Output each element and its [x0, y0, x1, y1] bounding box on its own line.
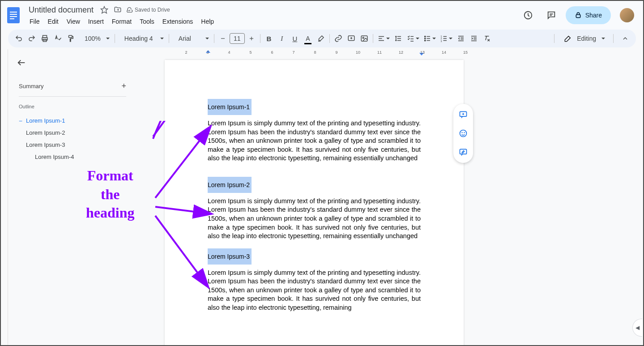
heading-1[interactable]: Lorem Ipsum-1 — [208, 99, 252, 115]
editing-label: Editing — [574, 35, 599, 42]
line-spacing-button[interactable] — [392, 32, 405, 45]
outline-item-label: Lorem Ipsum-1 — [26, 117, 65, 124]
style-dropdown[interactable]: Heading 4 — [117, 32, 166, 45]
vertical-ruler — [1, 49, 8, 345]
svg-point-33 — [424, 40, 425, 41]
svg-point-32 — [424, 38, 425, 39]
numbered-list-button[interactable]: 123 — [438, 32, 454, 45]
zoom-dropdown[interactable]: 100% — [77, 32, 112, 45]
italic-button[interactable]: I — [276, 32, 288, 45]
highlight-button[interactable] — [315, 32, 327, 45]
align-button[interactable] — [375, 32, 392, 45]
menu-view[interactable]: View — [63, 17, 84, 26]
editing-mode-dropdown[interactable]: Editing — [560, 32, 608, 45]
style-value: Heading 4 — [122, 35, 156, 42]
svg-point-59 — [464, 132, 465, 133]
menu-file[interactable]: File — [26, 17, 43, 26]
insert-image-button[interactable] — [358, 32, 371, 45]
svg-point-58 — [462, 132, 462, 133]
toolbar: 100% Heading 4 Arial 11 B I U A 123 Edit… — [8, 30, 636, 47]
clear-format-button[interactable] — [481, 32, 493, 45]
spellcheck-button[interactable] — [51, 32, 64, 45]
share-button[interactable]: Share — [566, 6, 611, 24]
summary-label: Summary — [19, 83, 44, 90]
svg-point-57 — [460, 130, 467, 137]
font-size-input[interactable]: 11 — [230, 33, 245, 44]
suggest-edit-float-button[interactable] — [456, 145, 470, 159]
heading-3[interactable]: Lorem Ipsum-3 — [208, 248, 252, 265]
star-icon[interactable] — [99, 4, 110, 15]
decrease-font-size-button[interactable] — [217, 32, 229, 45]
svg-text:3: 3 — [440, 40, 442, 43]
docs-logo-icon[interactable] — [4, 6, 22, 24]
svg-marker-5 — [101, 7, 108, 13]
body-paragraph-3[interactable]: Lorem Ipsum is simply dummy text of the … — [208, 269, 421, 312]
menu-edit[interactable]: Edit — [44, 17, 62, 26]
outline-item-2[interactable]: Lorem Ipsum-2 — [15, 127, 133, 139]
checklist-button[interactable] — [405, 32, 421, 45]
collapse-toolbar-button[interactable] — [619, 32, 631, 45]
redo-button[interactable] — [26, 32, 38, 45]
underline-button[interactable]: U — [289, 32, 301, 45]
outline-item-4[interactable]: Lorem Ipsum-4 — [15, 151, 133, 163]
move-folder-icon[interactable] — [112, 4, 123, 15]
add-summary-button[interactable]: + — [121, 81, 126, 91]
menu-format[interactable]: Format — [108, 17, 135, 26]
saved-status[interactable]: Saved to Drive — [126, 6, 170, 13]
svg-rect-3 — [10, 16, 17, 17]
user-avatar[interactable] — [620, 8, 634, 22]
svg-rect-0 — [7, 7, 20, 23]
decrease-indent-button[interactable] — [455, 32, 467, 45]
history-icon[interactable] — [519, 6, 537, 24]
paint-format-button[interactable] — [64, 32, 77, 45]
share-label: Share — [585, 12, 602, 19]
menu-insert[interactable]: Insert — [85, 17, 107, 26]
saved-status-text: Saved to Drive — [135, 7, 170, 13]
outline-item-3[interactable]: Lorem Ipsum-3 — [15, 139, 133, 151]
menu-bar: File Edit View Insert Format Tools Exten… — [26, 16, 519, 27]
font-value: Arial — [176, 35, 194, 42]
comment-icon[interactable] — [542, 6, 560, 24]
comment-float-panel — [453, 104, 473, 163]
text-color-button[interactable]: A — [302, 32, 314, 45]
outline-label: Outline — [15, 104, 133, 115]
horizontal-ruler[interactable]: 23456789101112131415 — [133, 49, 643, 56]
add-comment-button[interactable] — [345, 32, 358, 45]
svg-rect-2 — [10, 14, 17, 15]
add-comment-float-button[interactable] — [456, 107, 470, 122]
zoom-value: 100% — [82, 35, 103, 42]
document-page[interactable]: Lorem Ipsum-1 Lorem Ipsum is simply dumm… — [165, 60, 464, 345]
menu-extensions[interactable]: Extensions — [159, 17, 196, 26]
outline-item-1[interactable]: –Lorem Ipsum-1 — [15, 115, 133, 127]
sidebar-back-button[interactable] — [15, 56, 28, 69]
increase-indent-button[interactable] — [468, 32, 480, 45]
print-button[interactable] — [38, 32, 51, 45]
svg-rect-1 — [10, 12, 17, 13]
undo-button[interactable] — [13, 32, 25, 45]
svg-rect-60 — [460, 149, 467, 154]
body-paragraph-1[interactable]: Lorem Ipsum is simply dummy text of the … — [208, 119, 421, 163]
heading-2[interactable]: Lorem Ipsum-2 — [208, 177, 252, 193]
document-title[interactable]: Untitled document — [26, 5, 96, 15]
menu-help[interactable]: Help — [197, 17, 218, 26]
svg-point-31 — [424, 36, 425, 37]
outline-sidebar: Summary + Outline –Lorem Ipsum-1 Lorem I… — [8, 49, 133, 345]
increase-font-size-button[interactable] — [245, 32, 258, 45]
svg-point-21 — [363, 37, 364, 38]
outline-item-label: Lorem Ipsum-3 — [26, 141, 65, 148]
bold-button[interactable]: B — [263, 32, 275, 45]
outline-item-label: Lorem Ipsum-4 — [35, 154, 74, 160]
document-container[interactable]: 23456789101112131415 Lorem Ipsum-1 Lorem… — [133, 49, 643, 345]
menu-tools[interactable]: Tools — [136, 17, 158, 26]
svg-rect-4 — [10, 18, 14, 19]
body-paragraph-2[interactable]: Lorem Ipsum is simply dummy text of the … — [208, 197, 421, 241]
outline-item-label: Lorem Ipsum-2 — [26, 129, 65, 136]
bullet-list-button[interactable] — [422, 32, 438, 45]
svg-rect-13 — [69, 35, 73, 38]
link-button[interactable] — [332, 32, 345, 45]
title-section: Untitled document Saved to Drive File Ed… — [26, 1, 519, 30]
header: Untitled document Saved to Drive File Ed… — [1, 1, 643, 30]
add-emoji-float-button[interactable] — [456, 126, 470, 141]
svg-rect-9 — [576, 15, 580, 18]
font-dropdown[interactable]: Arial — [171, 32, 212, 45]
